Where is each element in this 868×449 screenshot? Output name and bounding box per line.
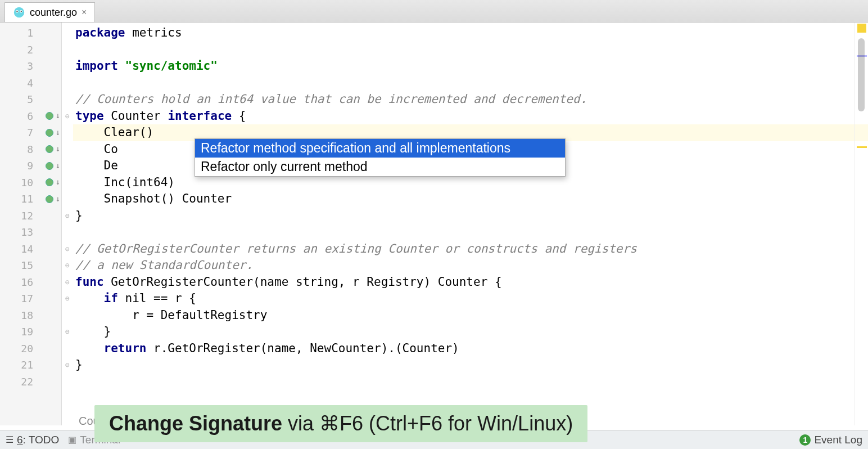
gutter-line[interactable]: 8↓ [0,141,61,158]
close-tab-icon[interactable]: × [82,7,87,17]
fold-toggle-icon[interactable]: ⊖ [62,357,73,374]
editor-area: 1 2 3 4 5 6↓ 7↓ 8↓ 9↓ 10↓ 11↓ 12 13 14 1… [0,23,868,425]
gutter-line: 4 [0,75,61,92]
file-tab[interactable]: counter.go × [4,2,95,22]
down-arrow-icon: ↓ [56,124,60,141]
gutter-line: 5 [0,91,61,108]
gutter-line: 12 [0,208,61,225]
line-gutter: 1 2 3 4 5 6↓ 7↓ 8↓ 9↓ 10↓ 11↓ 12 13 14 1… [0,23,62,425]
gutter-line: 18 [0,307,61,324]
down-arrow-icon: ↓ [56,191,60,208]
comment: // Counters hold an int64 value that can… [75,92,587,106]
implements-marker-icon[interactable] [46,162,53,170]
fold-toggle-icon[interactable]: ⊖ [62,241,73,258]
implements-marker-icon[interactable] [46,195,53,203]
gutter-line: 3 [0,58,61,75]
fold-toggle-icon[interactable]: ⊖ [62,257,73,274]
scroll-thumb[interactable] [858,38,865,111]
warning-marker-icon[interactable] [857,24,866,33]
tab-filename: counter.go [30,7,77,19]
svg-point-4 [21,11,22,12]
comment: // a new StandardCounter. [75,258,253,272]
gutter-line: 20 [0,340,61,357]
list-icon: ☰ [6,434,13,445]
implements-marker-icon[interactable] [46,112,53,120]
gutter-line: 1 [0,25,61,42]
event-count-badge: 1 [799,434,811,446]
down-arrow-icon: ↓ [56,141,60,158]
keyword: package [75,26,125,39]
down-arrow-icon: ↓ [56,108,60,125]
keyword: import [75,59,118,73]
tab-bar: counter.go × [0,0,868,23]
gutter-line[interactable]: 7↓ [0,124,61,141]
gutter-line: 22 [0,374,61,390]
event-log-button[interactable]: 1 Event Log [799,434,862,446]
gutter-line[interactable]: 9↓ [0,158,61,174]
fold-toggle-icon[interactable]: ⊖ [62,324,73,340]
gutter-line: 2 [0,42,61,59]
down-arrow-icon: ↓ [56,174,60,191]
fold-toggle-icon[interactable]: ⊖ [62,108,73,125]
gutter-line: 21 [0,357,61,374]
gutter-line: 17 [0,290,61,307]
svg-point-0 [14,7,24,17]
shortcut-hint-banner: Change Signature via ⌘F6 (Ctrl+F6 for Wi… [94,405,587,442]
refactor-context-menu: Refactor method specification and all im… [195,138,566,177]
hint-text: via ⌘F6 (Ctrl+F6 for Win/Linux) [288,412,573,435]
scroll-marker[interactable] [857,146,867,148]
gutter-line: 19 [0,324,61,340]
comment: // GetOrRegisterCounter returns an exist… [75,242,637,255]
gutter-line: 15 [0,257,61,274]
string-literal: "sync/atomic" [118,59,218,73]
gutter-line[interactable]: 6↓ [0,108,61,125]
hint-title: Change Signature [109,412,282,435]
svg-point-3 [16,11,17,12]
go-file-icon [13,6,25,19]
todo-tool-button[interactable]: ☰ 6: TODO [6,434,59,446]
code-editor[interactable]: package metrics import "sync/atomic" // … [73,23,868,425]
gutter-line: 14 [0,241,61,258]
fold-toggle-icon[interactable]: ⊖ [62,274,73,291]
implements-marker-icon[interactable] [46,145,53,153]
fold-column: ⊖ ⊖ ⊖ ⊖ ⊖ ⊖ ⊖ ⊖ [62,23,73,425]
scrollbar[interactable] [855,23,868,425]
terminal-icon: ▣ [68,434,76,445]
implements-marker-icon[interactable] [46,129,53,137]
gutter-line: 13 [0,224,61,241]
gutter-line[interactable]: 10↓ [0,174,61,191]
menu-item-refactor-current[interactable]: Refactor only current method [195,158,565,176]
fold-toggle-icon[interactable]: ⊖ [62,290,73,307]
gutter-line[interactable]: 11↓ [0,191,61,208]
gutter-line: 16 [0,274,61,291]
implements-marker-icon[interactable] [46,178,53,186]
menu-item-refactor-all[interactable]: Refactor method specification and all im… [195,139,565,158]
down-arrow-icon: ↓ [56,158,60,174]
fold-toggle-icon[interactable]: ⊖ [62,208,73,225]
